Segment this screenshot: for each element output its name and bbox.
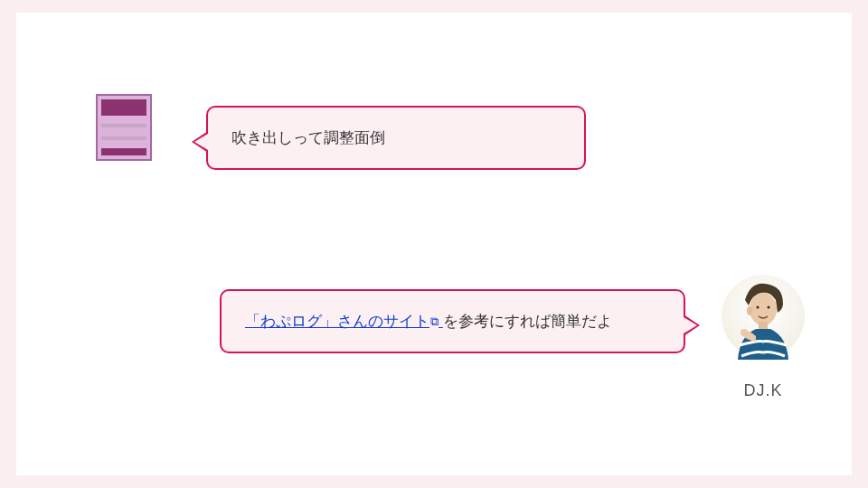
reference-link[interactable]: 「わぷログ」さんのサイト⧉ (245, 313, 443, 330)
bubble-tail-left-icon (192, 131, 208, 153)
external-link-icon: ⧉ (430, 314, 439, 329)
person-avatar-icon (720, 273, 807, 360)
speech-bubble-right: 「わぷログ」さんのサイト⧉ を参考にすれば簡単だよ (220, 289, 685, 353)
svg-point-6 (741, 329, 748, 336)
bubble-tail-right-icon (684, 314, 700, 336)
reference-link-text: 「わぷログ」さんのサイト (245, 313, 429, 330)
left-avatar (96, 94, 152, 161)
speech-bubble-left: 吹き出しって調整面倒 (206, 106, 586, 170)
right-avatar (720, 273, 807, 360)
svg-rect-5 (759, 322, 768, 329)
svg-point-3 (757, 306, 760, 309)
left-bubble-text: 吹き出しって調整面倒 (231, 129, 385, 146)
right-author-name: DJ.K (720, 381, 807, 400)
book-icon (96, 94, 152, 161)
svg-point-4 (768, 306, 770, 309)
svg-point-1 (750, 293, 777, 325)
right-bubble-suffix: を参考にすれば簡単だよ (443, 313, 612, 330)
svg-point-2 (747, 306, 752, 315)
content-canvas: 吹き出しって調整面倒 「わぷログ」さんのサイト⧉ を参考にすれば簡単だよ (16, 13, 852, 475)
